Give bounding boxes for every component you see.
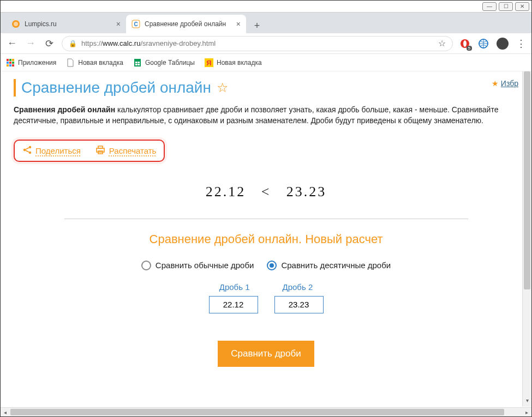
print-label: Распечатать xyxy=(109,146,157,155)
horizontal-scroll-thumb[interactable] xyxy=(10,409,504,415)
favorites-link[interactable]: ★ Избр xyxy=(492,79,518,88)
page-icon xyxy=(66,58,75,67)
result-right: 23.23 xyxy=(286,184,327,200)
divider xyxy=(64,219,468,219)
extension-icons: 5 ⋮ xyxy=(459,38,526,50)
scroll-right-arrow-icon[interactable]: ▸ xyxy=(522,408,531,416)
svg-point-22 xyxy=(29,146,31,148)
reload-button[interactable]: ⟳ xyxy=(43,38,55,50)
print-button[interactable]: Распечатать xyxy=(95,145,157,156)
print-icon xyxy=(95,145,106,156)
svg-point-23 xyxy=(23,148,26,150)
svg-rect-11 xyxy=(9,62,11,64)
new-tab-button[interactable]: + xyxy=(249,18,265,33)
svg-rect-27 xyxy=(97,148,104,152)
vertical-scroll-thumb[interactable] xyxy=(524,71,530,289)
star-icon: ★ xyxy=(492,79,499,88)
radio-ordinary-fractions[interactable]: Сравнить обычные дроби xyxy=(141,261,254,270)
window-minimize-button[interactable]: — xyxy=(482,2,497,11)
tab-calc[interactable]: C Сравнение дробей онлайн × xyxy=(126,15,246,33)
window-close-button[interactable]: ✕ xyxy=(515,2,529,11)
forward-button[interactable]: → xyxy=(25,38,37,49)
compare-button[interactable]: Сравнить дроби xyxy=(218,341,314,367)
label-fraction-1: Дробь 1 xyxy=(219,282,250,292)
input-row xyxy=(14,296,518,313)
favorite-star-icon[interactable]: ☆ xyxy=(217,80,229,95)
window-titlebar: — ☐ ✕ xyxy=(1,1,531,13)
svg-text:Я: Я xyxy=(206,59,211,67)
bookmark-label: Приложения xyxy=(18,59,56,67)
vertical-scrollbar[interactable]: ▴ ▾ xyxy=(522,71,531,407)
page-title: Сравнение дробей онлайн xyxy=(21,79,211,96)
svg-rect-10 xyxy=(7,62,9,64)
bookmark-sheets[interactable]: Google Таблицы xyxy=(133,58,195,67)
svg-point-24 xyxy=(29,151,31,153)
radio-label: Сравнить десятичные дроби xyxy=(281,261,391,270)
radio-label: Сравнить обычные дроби xyxy=(156,261,254,270)
svg-rect-12 xyxy=(12,62,14,64)
window-maximize-button[interactable]: ☐ xyxy=(499,2,513,11)
bookmark-newtab2[interactable]: Я Новая вкладка xyxy=(205,58,262,67)
bookmark-label: Новая вкладка xyxy=(217,59,262,67)
fraction-1-input[interactable] xyxy=(209,296,258,313)
back-button[interactable]: ← xyxy=(6,38,18,49)
fraction-type-radios: Сравнить обычные дроби Сравнить десятичн… xyxy=(14,261,518,270)
svg-rect-28 xyxy=(98,146,103,148)
scroll-left-arrow-icon[interactable]: ◂ xyxy=(1,408,10,416)
svg-line-26 xyxy=(26,150,29,152)
svg-rect-8 xyxy=(9,59,11,61)
tab-title: Lumpics.ru xyxy=(25,20,112,28)
extension-opera-icon[interactable]: 5 xyxy=(459,38,470,49)
bookmark-label: Google Таблицы xyxy=(145,59,195,67)
scroll-down-arrow-icon[interactable]: ▾ xyxy=(523,397,531,407)
tab-favicon-icon xyxy=(11,20,20,28)
page-viewport: Сравнение дробей онлайн ☆ ★ Избр Сравнен… xyxy=(1,71,531,407)
section-title: Сравнение дробей онлайн. Новый расчет xyxy=(14,232,518,246)
tab-lumpics[interactable]: Lumpics.ru × xyxy=(6,15,126,33)
yandex-icon: Я xyxy=(205,58,213,67)
lock-icon: 🔒 xyxy=(69,40,77,47)
svg-rect-13 xyxy=(7,64,9,67)
svg-rect-7 xyxy=(7,59,9,61)
page-description: Сравнения дробей онлайн калькулятор срав… xyxy=(14,104,518,126)
svg-line-25 xyxy=(26,148,29,149)
bookmark-newtab1[interactable]: Новая вкладка xyxy=(66,58,123,67)
extension-globe-icon[interactable] xyxy=(478,38,489,49)
svg-rect-9 xyxy=(12,59,14,61)
share-icon xyxy=(22,145,32,156)
bookmark-label: Новая вкладка xyxy=(78,59,123,67)
tab-strip: Lumpics.ru × C Сравнение дробей онлайн ×… xyxy=(1,13,531,33)
svg-text:C: C xyxy=(134,21,138,27)
label-fraction-2: Дробь 2 xyxy=(283,282,313,292)
input-labels: Дробь 1 Дробь 2 xyxy=(14,282,518,292)
apps-icon xyxy=(6,58,15,67)
radio-decimal-fractions[interactable]: Сравнить десятичные дроби xyxy=(267,261,391,270)
horizontal-scrollbar[interactable]: ◂ ▸ xyxy=(1,407,531,416)
tab-favicon-icon: C xyxy=(131,20,140,28)
profile-avatar[interactable] xyxy=(497,38,509,50)
tab-close-icon[interactable]: × xyxy=(116,20,121,28)
tab-close-icon[interactable]: × xyxy=(236,20,241,28)
result-left: 22.12 xyxy=(206,184,246,200)
menu-button[interactable]: ⋮ xyxy=(516,38,526,50)
tab-title: Сравнение дробей онлайн xyxy=(145,20,232,28)
share-button[interactable]: Поделиться xyxy=(22,145,81,156)
comparison-result: 22.12 < 23.23 xyxy=(14,184,518,200)
svg-point-1 xyxy=(14,22,18,26)
svg-rect-14 xyxy=(9,64,11,67)
result-operator: < xyxy=(261,184,271,200)
extension-badge: 5 xyxy=(467,46,472,51)
bookmark-star-icon[interactable]: ☆ xyxy=(438,38,446,49)
bookmark-apps[interactable]: Приложения xyxy=(6,58,56,67)
favorites-link-text: Избр xyxy=(501,79,518,88)
action-row: Поделиться Распечатать xyxy=(14,140,165,162)
address-bar[interactable]: 🔒 https://www.calc.ru/sravneniye-drobey.… xyxy=(62,36,453,51)
url-text: https://www.calc.ru/sravneniye-drobey.ht… xyxy=(81,39,216,47)
svg-point-5 xyxy=(463,40,467,47)
browser-toolbar: ← → ⟳ 🔒 https://www.calc.ru/sravneniye-d… xyxy=(1,33,531,54)
share-label: Поделиться xyxy=(35,146,81,155)
bookmarks-bar: Приложения Новая вкладка Google Таблицы … xyxy=(1,54,531,71)
page-title-wrap: Сравнение дробей онлайн ☆ xyxy=(14,79,229,96)
svg-rect-15 xyxy=(12,64,14,67)
fraction-2-input[interactable] xyxy=(274,296,324,313)
